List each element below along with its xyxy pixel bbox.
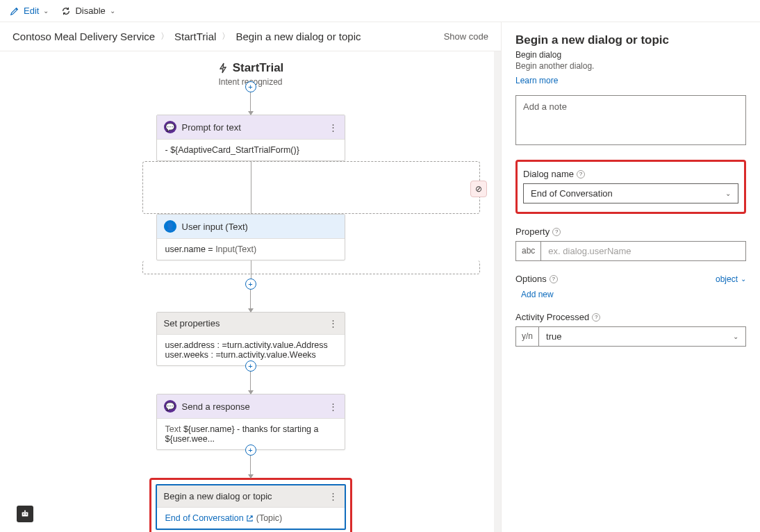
panel-title: Begin a new dialog or topic xyxy=(515,33,746,47)
properties-panel: Begin a new dialog or topic Begin dialog… xyxy=(502,22,760,532)
node-send-response[interactable]: 💬 Send a response ⋮ Text ${user.name} - … xyxy=(156,394,345,450)
dialog-link[interactable]: End of Conversation xyxy=(165,513,256,523)
flow-title: StartTrial xyxy=(233,61,284,75)
connector: + xyxy=(250,366,251,394)
bot-test-button[interactable] xyxy=(17,506,33,522)
node-menu-button[interactable]: ⋮ xyxy=(329,401,338,412)
chat-icon: 💬 xyxy=(164,400,176,413)
canvas-column: Contoso Meal Delivery Service 〉 StartTri… xyxy=(0,22,502,532)
help-icon[interactable]: ? xyxy=(592,313,600,322)
options-label: Options ? xyxy=(515,274,558,284)
input-prefix: y/n xyxy=(516,327,539,346)
add-node-button[interactable]: + xyxy=(245,444,256,456)
dialog-name-label: Dialog name ? xyxy=(523,169,738,179)
node-label: Set properties xyxy=(164,318,220,329)
edit-button[interactable]: Edit ⌄ xyxy=(10,6,49,16)
connector: + xyxy=(250,87,251,115)
node-begin-dialog[interactable]: Begin a new dialog or topic ⋮ End of Con… xyxy=(156,484,346,530)
node-label: Prompt for text xyxy=(182,122,241,133)
breadcrumb: Contoso Meal Delivery Service 〉 StartTri… xyxy=(13,31,361,42)
svg-rect-0 xyxy=(22,512,28,516)
node-menu-button[interactable]: ⋮ xyxy=(329,122,338,133)
person-icon: 👤 xyxy=(164,220,176,233)
chevron-down-icon: ⌄ xyxy=(725,190,731,197)
node-body: - ${AdaptiveCard_StartTrialForm()} xyxy=(157,139,345,160)
activity-select[interactable]: true ⌄ xyxy=(539,327,745,346)
node-label: Begin a new dialog or topic xyxy=(164,491,272,501)
learn-more-link[interactable]: Learn more xyxy=(515,76,558,85)
help-icon[interactable]: ? xyxy=(552,228,561,236)
show-code-button[interactable]: Show code xyxy=(444,31,488,42)
connector xyxy=(251,161,251,214)
activity-processed-label: Activity Processed ? xyxy=(515,312,746,322)
options-type-link[interactable]: object ⌄ xyxy=(716,274,746,284)
disable-button[interactable]: Disable ⌄ xyxy=(61,6,115,16)
main-area: Contoso Meal Delivery Service 〉 StartTri… xyxy=(0,22,760,532)
connector: + xyxy=(250,450,251,478)
node-body: user.name = Input(Text) xyxy=(157,238,345,260)
node-user-input[interactable]: 👤 User input (Text) user.name = Input(Te… xyxy=(156,214,345,260)
scrollbar[interactable] xyxy=(494,51,501,532)
options-section: Options ? object ⌄ Add new xyxy=(515,274,746,299)
property-label: Property ? xyxy=(515,226,746,237)
chevron-down-icon: ⌄ xyxy=(110,7,115,15)
property-input-row: abc xyxy=(515,241,746,261)
svg-point-2 xyxy=(26,513,27,515)
breadcrumb-root[interactable]: Contoso Meal Delivery Service xyxy=(13,31,155,42)
svg-point-1 xyxy=(23,513,24,515)
add-new-button[interactable]: Add new xyxy=(521,290,554,299)
node-prompt-for-text[interactable]: 💬 Prompt for text ⋮ - ${AdaptiveCard_Sta… xyxy=(156,115,345,161)
dialog-name-section: Dialog name ? End of Conversation ⌄ xyxy=(515,160,746,214)
chat-icon: 💬 xyxy=(164,121,176,133)
activity-select-row: y/n true ⌄ xyxy=(515,326,746,347)
breadcrumb-mid[interactable]: StartTrial xyxy=(174,31,216,42)
refresh-icon xyxy=(61,6,71,16)
input-prefix: abc xyxy=(516,242,541,260)
connector: + xyxy=(250,284,251,312)
node-menu-button[interactable]: ⋮ xyxy=(329,318,338,329)
activity-processed-section: Activity Processed ? y/n true ⌄ xyxy=(515,312,746,347)
property-section: Property ? abc xyxy=(515,226,746,261)
chevron-down-icon: ⌄ xyxy=(741,275,746,283)
select-value: true xyxy=(546,331,561,342)
breadcrumb-leaf: Begin a new dialog or topic xyxy=(236,31,361,42)
breadcrumb-sep: 〉 xyxy=(222,31,230,42)
node-label: Send a response xyxy=(182,401,250,412)
svg-rect-3 xyxy=(24,510,26,513)
add-node-button[interactable]: + xyxy=(245,81,256,92)
note-textarea[interactable] xyxy=(515,95,746,145)
select-value: End of Conversation xyxy=(531,188,613,199)
lightning-icon xyxy=(217,63,229,74)
warning-badge[interactable]: ⊘ xyxy=(470,181,487,197)
node-set-properties[interactable]: Set properties ⋮ user.address : =turn.ac… xyxy=(156,312,345,366)
breadcrumb-row: Contoso Meal Delivery Service 〉 StartTri… xyxy=(0,22,501,51)
breadcrumb-sep: 〉 xyxy=(160,31,169,42)
flow-canvas[interactable]: StartTrial Intent recognized + 💬 Prompt … xyxy=(0,51,501,532)
disable-label: Disable xyxy=(75,6,105,16)
highlight-box: Begin a new dialog or topic ⋮ End of Con… xyxy=(149,478,352,532)
chevron-down-icon: ⌄ xyxy=(733,333,738,340)
node-menu-button[interactable]: ⋮ xyxy=(329,491,338,501)
panel-subtitle: Begin dialog xyxy=(515,50,746,60)
top-toolbar: Edit ⌄ Disable ⌄ xyxy=(0,0,760,22)
add-node-button[interactable]: + xyxy=(245,360,256,372)
dialog-name-select[interactable]: End of Conversation ⌄ xyxy=(523,183,738,203)
edit-label: Edit xyxy=(24,6,39,16)
node-label: User input (Text) xyxy=(182,222,248,232)
add-node-button[interactable]: + xyxy=(245,279,256,290)
chevron-down-icon: ⌄ xyxy=(43,7,49,15)
node-body: End of Conversation (Topic) xyxy=(157,507,345,529)
open-icon xyxy=(246,515,254,522)
bot-icon xyxy=(20,509,30,519)
panel-description: Begin another dialog. xyxy=(515,61,746,71)
help-icon[interactable]: ? xyxy=(550,275,558,283)
help-icon[interactable]: ? xyxy=(577,170,585,178)
edit-icon xyxy=(10,6,19,16)
property-input[interactable] xyxy=(541,242,745,260)
